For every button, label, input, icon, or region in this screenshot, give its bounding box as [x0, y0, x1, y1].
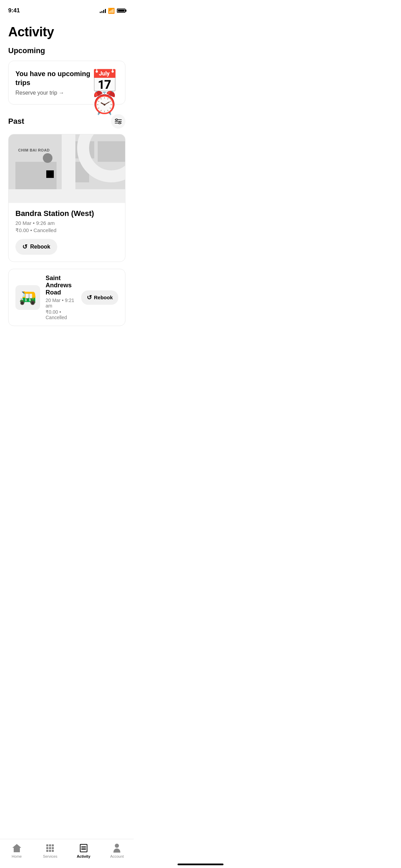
- map-destination-pin: [46, 170, 54, 178]
- upcoming-card: You have no upcoming trips Reserve your …: [8, 61, 125, 105]
- trip-date-1: 20 Mar • 9:26 am: [15, 220, 118, 226]
- trip-destination-1: Bandra Station (West): [15, 209, 118, 218]
- trip-info-2: Saint Andrews Road 20 Mar • 9:21 am ₹0.0…: [46, 275, 76, 320]
- trip-destination-2: Saint Andrews Road: [46, 275, 76, 296]
- signal-icon: [100, 8, 106, 13]
- trip-date-2: 20 Mar • 9:21 am: [46, 298, 76, 309]
- status-bar: 9:41 📶: [0, 0, 134, 16]
- rebook-button-2[interactable]: ↺ Rebook: [81, 290, 118, 305]
- reserve-trip-link[interactable]: Reserve your trip →: [15, 90, 91, 96]
- calendar-emoji: 📅⏰: [91, 69, 118, 115]
- rebook-button-1[interactable]: ↺ Rebook: [15, 239, 57, 255]
- map-pickup-dot: [43, 153, 52, 163]
- filter-icon: [115, 119, 122, 124]
- past-trip-card-2[interactable]: 🛺 Saint Andrews Road 20 Mar • 9:21 am ₹0…: [8, 269, 125, 326]
- map-road-label: CHIM BAI ROAD: [18, 148, 50, 152]
- rebook-label-2: Rebook: [94, 294, 113, 300]
- calendar-clock-icon: 📅⏰: [91, 70, 118, 96]
- status-time: 9:41: [8, 7, 20, 14]
- upcoming-section-title: Upcoming: [8, 46, 45, 55]
- past-section-title: Past: [8, 117, 24, 126]
- rebook-label-1: Rebook: [30, 244, 50, 250]
- upcoming-section-header: Upcoming: [0, 46, 134, 61]
- tuk-tuk-thumbnail: 🛺: [15, 285, 40, 310]
- trip-map: CHIM BAI ROAD: [9, 134, 125, 203]
- svg-point-3: [116, 119, 118, 121]
- rebook-icon-1: ↺: [22, 243, 27, 251]
- svg-point-4: [119, 122, 121, 124]
- past-trip-card-1[interactable]: CHIM BAI ROAD Bandra Station (West) 20 M…: [8, 134, 125, 262]
- status-icons: 📶: [100, 8, 125, 14]
- trip-info-1: Bandra Station (West) 20 Mar • 9:26 am ₹…: [9, 203, 125, 262]
- page-title: Activity: [0, 16, 134, 46]
- rebook-icon-2: ↺: [87, 294, 92, 301]
- trip-fare-2: ₹0.00 • Cancelled: [46, 309, 76, 320]
- upcoming-text-block: You have no upcoming trips Reserve your …: [15, 69, 91, 96]
- no-trips-text: You have no upcoming trips: [15, 69, 91, 87]
- battery-icon: [117, 9, 125, 13]
- wifi-icon: 📶: [108, 8, 115, 14]
- trip-fare-1: ₹0.00 • Cancelled: [15, 227, 118, 233]
- past-section-header: Past: [0, 114, 134, 134]
- filter-button[interactable]: [111, 114, 125, 129]
